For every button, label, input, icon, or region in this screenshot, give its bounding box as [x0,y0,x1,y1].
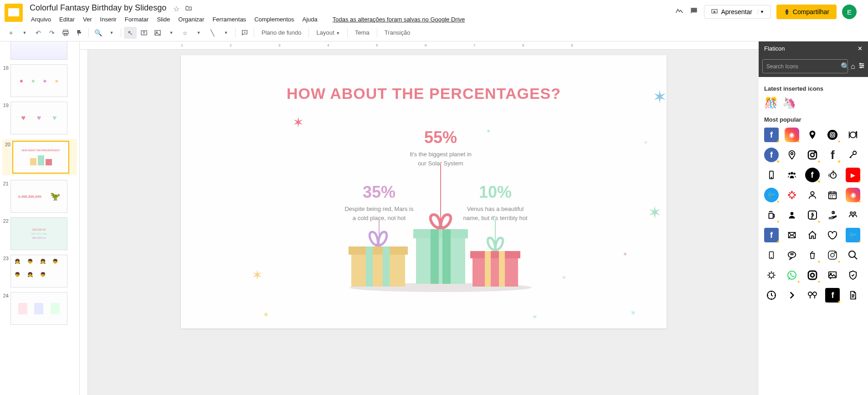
unicorn-icon[interactable]: 🦄 [782,97,796,109]
drink-icon[interactable]: ★ [805,248,820,262]
line-button[interactable]: ╲ [206,27,219,39]
canvas-area[interactable]: 123456789 HOW ABOUT THE PERCENTAGES? ✶ ✶… [80,41,759,395]
home-outline-icon[interactable] [805,228,820,242]
shape-dropdown-icon[interactable]: ▼ [192,27,205,39]
instagram-circle-icon[interactable]: ★ [825,128,840,142]
new-slide-button[interactable]: + [5,27,17,39]
flaticon-body[interactable]: Latest inserted icons 🎊 🦄 Most popular f… [759,77,868,395]
stat-left[interactable]: 35% Despite being red, Mars isa cold pla… [338,183,420,222]
print-button[interactable] [59,27,72,39]
close-icon[interactable]: ✕ [858,45,863,52]
menu-formatar[interactable]: Formatar [121,15,153,24]
stopwatch-icon[interactable] [825,168,840,182]
slide-title-text[interactable]: HOW ABOUT THE PERCENTAGES? [181,85,667,103]
heart-icon[interactable] [825,228,840,242]
virus-icon[interactable] [785,188,799,202]
instagram-icon[interactable]: ◉★ [785,128,799,142]
slide-thumb-24[interactable]: 24 [2,292,77,325]
beer-icon[interactable]: ★ [764,208,779,222]
shield-icon[interactable] [846,268,860,282]
facebook-black-circle-icon[interactable]: f★ [805,168,820,182]
activity-icon[interactable] [675,6,684,17]
paint-format-button[interactable] [73,27,86,39]
document-icon[interactable] [846,288,860,303]
virus-outline-icon[interactable] [764,268,779,282]
menu-inserir[interactable]: Inserir [97,15,120,24]
smartphone-icon[interactable] [764,168,779,182]
star-icon[interactable]: ☆ [173,5,180,12]
facebook-circle-icon[interactable]: f★ [764,148,779,162]
zoom-dropdown-icon[interactable]: ▼ [105,27,118,39]
user-solid-icon[interactable] [785,208,799,222]
move-folder-icon[interactable] [185,5,192,12]
confetti-icon[interactable]: 🎊 [764,97,778,109]
present-button[interactable]: Apresentar ▼ [704,5,770,19]
whatsapp-icon[interactable]: ★ [785,268,799,282]
settings-icon[interactable] [858,62,865,71]
facebook-icon[interactable]: f★ [764,128,779,142]
menu-ferramentas[interactable]: Ferramentas [209,15,250,24]
facebook-black-icon[interactable]: f★ [825,288,840,303]
instagram-bold-icon[interactable]: ★ [805,268,820,282]
group-icon[interactable] [785,168,799,182]
team-icon[interactable] [846,208,860,222]
instagram-outline-icon[interactable]: ★ [805,148,820,162]
slide-thumb-22[interactable]: 22 333,000.00 24h 37m 23s 386,000 km [2,217,77,250]
search-icon[interactable]: 🔍 [838,60,847,73]
comment-toolbar-button[interactable] [238,27,251,39]
menu-editar[interactable]: Editar [56,15,78,24]
textbox-button[interactable] [138,27,150,39]
slide-thumb-21[interactable]: 21 4,498,300,000 🦖 [2,180,77,213]
menu-ver[interactable]: Ver [79,15,96,24]
instagram-gradient-icon[interactable]: ◉★ [846,188,860,202]
slide-thumb-18[interactable]: 18 ●●●● [2,64,77,97]
document-title[interactable]: Colorful Fantasy Birthday by Slidesgo [27,2,169,14]
phone-icon[interactable] [764,248,779,262]
slide-canvas[interactable]: HOW ABOUT THE PERCENTAGES? ✶ ✶ ✶ ✶ ✶ ✶ ✶… [181,55,667,328]
shape-button[interactable]: ○ [179,27,191,39]
calendar-icon[interactable] [825,188,840,202]
redo-button[interactable]: ↷ [46,27,58,39]
location-pin-icon[interactable] [805,128,820,142]
facebook-f-icon[interactable]: f★ [825,148,840,162]
twitter-icon[interactable]: 🐦★ [764,188,779,202]
slides-logo-icon[interactable] [5,4,23,22]
new-slide-dropdown-icon[interactable]: ▼ [18,27,31,39]
menu-complementos[interactable]: Complementos [251,15,298,24]
mask-icon[interactable] [805,288,820,303]
image-dropdown-icon[interactable]: ▼ [165,27,178,39]
theme-button[interactable]: Tema [350,29,374,36]
menu-ajuda[interactable]: Ajuda [299,15,321,24]
slide-thumb-visible-top[interactable] [2,41,77,60]
image-button[interactable] [151,27,164,39]
stat-center[interactable]: 55% It's the biggest planet inour Solar … [400,128,482,168]
search-input[interactable] [763,60,838,73]
drive-save-status[interactable]: Todas as alterações foram salvas no Goog… [329,15,468,24]
email-icon[interactable] [785,228,799,242]
twitter-square-icon[interactable]: 🐦★ [846,228,860,242]
cutlery-icon[interactable] [846,128,860,142]
instagram-thin-icon[interactable]: ★ [825,248,840,262]
chevron-right-icon[interactable] [785,288,799,303]
location-outline-icon[interactable] [785,148,799,162]
slide-thumb-19[interactable]: 19 ♥♥♥ [2,102,77,134]
menu-organizar[interactable]: Organizar [175,15,208,24]
microphone-icon[interactable] [846,148,860,162]
transition-button[interactable]: Transição [380,29,415,36]
account-avatar[interactable]: E [842,5,857,19]
layout-button[interactable]: Layout ▼ [312,29,344,36]
menu-arquivo[interactable]: Arquivo [27,15,55,24]
menu-slide[interactable]: Slide [153,15,174,24]
share-button[interactable]: Compartilhar [776,5,837,19]
picture-icon[interactable] [825,268,840,282]
user-outline-icon[interactable] [805,188,820,202]
line-dropdown-icon[interactable]: ▼ [220,27,232,39]
zoom-button[interactable]: 🔍 [92,27,104,39]
clock-icon[interactable] [764,288,779,303]
slide-thumb-20[interactable]: 20 HOW ABOUT THE PERCENTAGES? [2,139,77,175]
undo-button[interactable]: ↶ [32,27,45,39]
flaticon-search-box[interactable]: 🔍 [762,59,848,73]
facebook-rounded-icon[interactable]: ★ [805,208,820,222]
slide-thumb-23[interactable]: 23 👧👦👧👦 👦👧👦 [2,255,77,287]
chat-icon[interactable] [785,248,799,262]
